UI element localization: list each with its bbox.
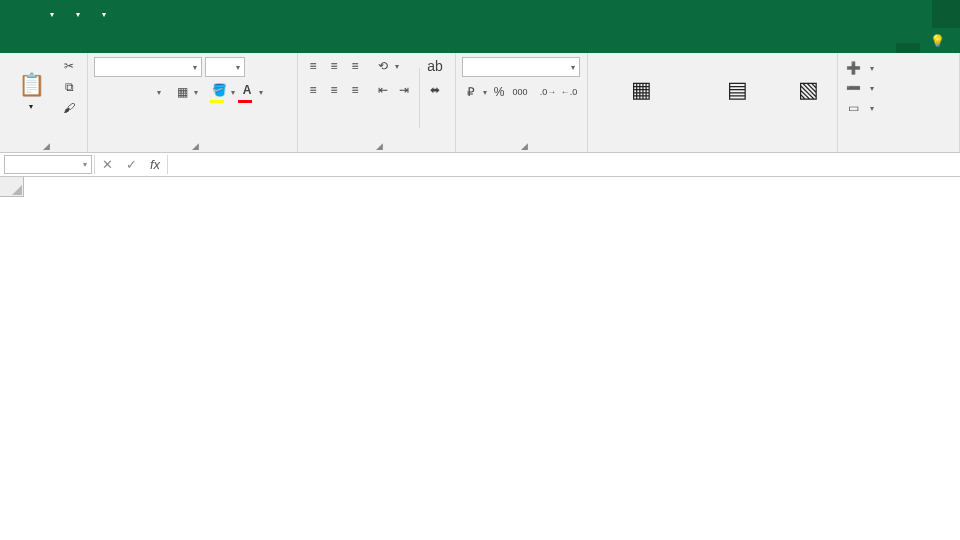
increase-indent-icon[interactable]: ⇥ [395,81,413,99]
borders-button[interactable]: ▦ [173,83,191,101]
conditional-formatting-button[interactable]: ▦ [594,57,689,125]
bold-button[interactable] [94,83,112,101]
titlebar: ▾ ▾ ▾ [0,0,960,28]
font-color-button[interactable]: A [238,81,256,103]
comma-format-icon[interactable]: 000 [511,83,529,101]
wrap-text-icon[interactable]: ab [426,57,444,75]
align-left-icon[interactable]: ≡ [304,81,322,99]
delete-cells-icon: ➖ [844,79,862,97]
accounting-format-icon[interactable]: ₽ [462,83,480,101]
cell-styles-icon: ▧ [798,77,819,103]
worksheet-grid[interactable] [0,177,960,540]
contextual-tab-group [932,0,960,28]
cut-icon[interactable]: ✂ [60,57,78,75]
align-bottom-icon[interactable]: ≡ [346,57,364,75]
formula-input[interactable] [168,153,960,176]
number-format-combo[interactable]: ▾ [462,57,580,77]
increase-decimal-icon[interactable]: .0→ [539,83,557,101]
insert-function-icon[interactable]: fx [143,157,167,172]
align-top-icon[interactable]: ≡ [304,57,322,75]
redo-icon [56,3,78,25]
formula-bar: ▾ ✕ ✓ fx [0,153,960,177]
font-size-combo[interactable]: ▾ [205,57,245,77]
cancel-formula-icon[interactable]: ✕ [95,157,119,172]
percent-format-icon[interactable]: % [490,83,508,101]
increase-font-icon[interactable] [248,58,266,76]
fill-color-button[interactable]: 🪣 [210,81,228,103]
decrease-font-icon[interactable] [269,58,287,76]
group-font: ▾ ▾ ▾ ▦▾ 🪣▾ A▾ ◢ [88,53,298,152]
orientation-icon[interactable]: ⟲ [374,57,392,75]
decrease-decimal-icon[interactable]: ←.0 [560,83,578,101]
align-right-icon[interactable]: ≡ [346,81,364,99]
format-as-table-button[interactable]: ▤ [693,57,782,125]
clipboard-icon: 📋 [18,72,45,98]
touch-mode-icon[interactable] [82,3,104,25]
quick-access-toolbar: ▾ ▾ ▾ [0,3,112,25]
group-styles: ▦ ▤ ▧ [588,53,838,152]
enter-formula-icon[interactable]: ✓ [119,157,143,172]
underline-button[interactable] [136,83,154,101]
group-cells: ➕▾ ➖▾ ▭▾ [838,53,960,152]
undo-icon[interactable] [30,3,52,25]
group-alignment: ≡ ≡ ≡ ⟲▾ ≡ ≡ ≡ ⇤ ⇥ ab ⬌ [298,53,456,152]
format-as-table-icon: ▤ [727,77,748,103]
qat-customize-icon[interactable]: ▾ [102,10,106,19]
align-middle-icon[interactable]: ≡ [325,57,343,75]
insert-cells-button[interactable]: ➕▾ [844,59,874,77]
number-dialog-launcher-icon[interactable]: ◢ [521,141,528,151]
paste-button[interactable]: 📋 ▾ [6,57,56,125]
group-number: ▾ ₽▾ % 000 .0→ ←.0 ◢ [456,53,588,152]
undo-dropdown-icon[interactable]: ▾ [50,10,54,19]
copy-icon[interactable]: ⧉ [60,78,78,96]
align-center-icon[interactable]: ≡ [325,81,343,99]
conditional-formatting-icon: ▦ [631,77,652,103]
decrease-indent-icon[interactable]: ⇤ [374,81,392,99]
select-all-corner[interactable] [0,177,24,197]
name-box[interactable]: ▾ [4,155,92,174]
italic-button[interactable] [115,83,133,101]
tab-designer[interactable] [896,43,920,53]
ribbon-tabs: 💡 [0,28,960,53]
format-cells-button[interactable]: ▭▾ [844,99,874,117]
align-dialog-launcher-icon[interactable]: ◢ [376,141,383,151]
insert-cells-icon: ➕ [844,59,862,77]
delete-cells-button[interactable]: ➖▾ [844,79,874,97]
merge-cells-icon[interactable]: ⬌ [426,81,444,99]
font-name-combo[interactable]: ▾ [94,57,202,77]
save-icon[interactable] [6,3,28,25]
ribbon: 📋 ▾ ✂ ⧉ 🖌 ◢ ▾ ▾ ▾ [0,53,960,153]
lightbulb-icon: 💡 [930,34,945,48]
format-cells-icon: ▭ [844,99,862,117]
tell-me-search[interactable]: 💡 [920,29,960,53]
format-painter-icon[interactable]: 🖌 [60,99,78,117]
clipboard-dialog-launcher-icon[interactable]: ◢ [43,141,50,151]
cell-styles-button[interactable]: ▧ [786,57,831,125]
font-dialog-launcher-icon[interactable]: ◢ [192,141,199,151]
group-clipboard: 📋 ▾ ✂ ⧉ 🖌 ◢ [0,53,88,152]
